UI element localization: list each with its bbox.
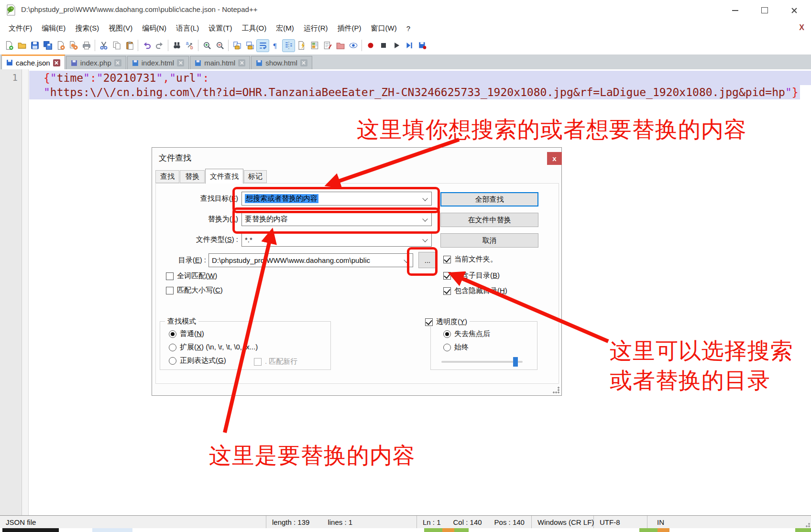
match-case-checkbox[interactable]: 匹配大小写(C) (166, 286, 223, 295)
menu-item-run[interactable]: 运行(R) (299, 22, 333, 35)
folder-as-workspace-icon[interactable] (334, 39, 347, 52)
macro-run-multiple-icon[interactable] (403, 39, 416, 52)
include-subdirs-checkbox[interactable]: 包含子目录(B) (443, 271, 500, 280)
current-folder-checkbox[interactable]: 当前文件夹。 (443, 255, 497, 264)
find-icon[interactable] (170, 39, 183, 52)
transparency-slider[interactable] (441, 361, 523, 363)
transparency-always-radio[interactable]: 始终 (443, 343, 469, 352)
menu-item-language[interactable]: 语言(L) (171, 22, 204, 35)
macro-save-icon[interactable] (416, 39, 428, 52)
menu-item-file[interactable]: 文件(F) (4, 22, 37, 35)
window-resize-grip[interactable] (803, 521, 810, 527)
search-mode-regex-radio[interactable]: 正则表达式(G) (169, 356, 226, 365)
transparency-group: 失去焦点后 始终 (430, 321, 537, 370)
tab-index-php[interactable]: index.php (66, 56, 126, 69)
sync-scroll-horizontal-icon[interactable] (243, 39, 256, 52)
find-all-button[interactable]: 全部查找 (440, 192, 538, 206)
document-map-icon[interactable] (308, 39, 321, 52)
search-mode-normal-radio[interactable]: 普通(N) (169, 329, 204, 338)
maximize-button[interactable] (750, 0, 779, 21)
copy-icon[interactable] (110, 39, 123, 52)
document-list-icon[interactable] (321, 39, 334, 52)
status-typing-mode[interactable]: IN (647, 516, 811, 528)
open-file-icon[interactable] (15, 39, 28, 52)
line-number-margin[interactable]: 1 (0, 69, 22, 515)
zoom-out-icon[interactable] (213, 39, 226, 52)
menu-item-tools[interactable]: 工具(O) (237, 22, 271, 35)
transparency-slider-thumb[interactable] (513, 357, 518, 367)
sync-scroll-vertical-icon[interactable] (230, 39, 243, 52)
replace-in-files-button[interactable]: 在文件中替换 (440, 213, 538, 227)
menu-item-encoding[interactable]: 编码(N) (137, 22, 171, 35)
menu-item-window[interactable]: 窗口(W) (366, 22, 401, 35)
save-icon[interactable] (28, 39, 41, 52)
cut-icon[interactable] (97, 39, 110, 52)
menu-item-view[interactable]: 视图(V) (104, 22, 137, 35)
file-type-value: *.* (245, 236, 252, 244)
undo-icon[interactable] (140, 39, 153, 52)
close-all-documents-icon[interactable] (67, 39, 80, 52)
replace-icon[interactable]: ab (183, 39, 196, 52)
minimize-button[interactable] (720, 0, 750, 21)
tab-main-html[interactable]: main.html (190, 56, 250, 69)
saved-file-icon (195, 60, 201, 66)
status-caret-position: Ln : 1 Col : 140 Pos : 140 (417, 516, 532, 528)
tab-cache-json[interactable]: cache.json (1, 54, 65, 69)
transparency-on-lose-focus-radio[interactable]: 失去焦点后 (443, 329, 490, 338)
checkbox-box (254, 358, 262, 366)
macro-stop-icon[interactable] (377, 39, 390, 52)
toolbar-separator (362, 40, 362, 51)
save-all-icon[interactable] (41, 39, 54, 52)
radio-dot (169, 344, 176, 351)
menu-item-search[interactable]: 搜索(S) (70, 22, 104, 35)
new-file-icon[interactable] (2, 39, 15, 52)
dialog-resize-grip[interactable] (553, 387, 559, 393)
tab-show-html[interactable]: show.html (251, 56, 312, 69)
macro-play-icon[interactable] (390, 39, 403, 52)
tab-find[interactable]: 查找 (155, 170, 179, 183)
menubar-close-x[interactable]: X (799, 23, 804, 32)
search-mode-extended-radio[interactable]: 扩展(X) (\n, \r, \t, \0, \x...) (169, 343, 258, 352)
file-type-combobox[interactable]: *.* (241, 233, 432, 247)
tab-close-icon[interactable] (114, 59, 121, 66)
redo-icon[interactable] (153, 39, 166, 52)
tab-index-html[interactable]: index.html (127, 56, 189, 69)
toolbar-separator (138, 40, 138, 51)
word-wrap-icon[interactable] (256, 39, 269, 52)
fold-margin[interactable] (22, 69, 29, 515)
status-eol-format[interactable]: Windows (CR LF) (532, 516, 594, 528)
indent-guide-icon[interactable] (282, 39, 295, 52)
file-monitor-icon[interactable] (347, 39, 360, 52)
menu-item-settings[interactable]: 设置(T) (204, 22, 237, 35)
paste-icon[interactable] (123, 39, 136, 52)
menu-item-macro[interactable]: 宏(M) (271, 22, 299, 35)
radio-dot (443, 344, 451, 351)
whole-word-checkbox[interactable]: 全词匹配(W) (166, 271, 217, 281)
cancel-button[interactable]: 取消 (440, 233, 538, 248)
tab-close-icon[interactable] (53, 59, 60, 66)
tab-close-icon[interactable] (177, 59, 184, 66)
print-icon[interactable] (80, 39, 93, 52)
include-hidden-checkbox[interactable]: 包含隐藏目录(H) (443, 286, 507, 295)
macro-record-icon[interactable] (364, 39, 377, 52)
status-encoding[interactable]: UTF-8 (594, 516, 647, 528)
show-all-characters-icon[interactable]: ¶ (269, 39, 282, 52)
code-text[interactable]: {"time":"20210731","url": "https:\/\/cn.… (29, 69, 811, 99)
tab-close-icon[interactable] (238, 59, 245, 66)
menu-item-plugins[interactable]: 插件(P) (332, 22, 366, 35)
directory-combobox[interactable]: D:\phpstudy_pro\WWW\www.daohang.com\publ… (208, 253, 413, 267)
chevron-down-icon[interactable] (422, 237, 427, 242)
menu-item-help[interactable]: ? (402, 22, 415, 34)
menu-item-edit[interactable]: 编辑(E) (37, 22, 70, 35)
close-document-icon[interactable] (54, 39, 67, 52)
function-list-icon[interactable] (295, 39, 308, 52)
checkbox-box (166, 287, 174, 294)
close-button[interactable] (779, 0, 809, 21)
zoom-in-icon[interactable] (200, 39, 213, 52)
transparency-checkbox[interactable]: 透明度(Y) (425, 317, 470, 326)
tab-close-icon[interactable] (300, 59, 307, 66)
tab-mark[interactable]: 标记 (244, 170, 267, 183)
tab-find-in-files[interactable]: 文件查找 (205, 169, 243, 184)
tab-replace[interactable]: 替换 (180, 170, 205, 183)
dialog-close-button[interactable]: x (547, 152, 562, 165)
